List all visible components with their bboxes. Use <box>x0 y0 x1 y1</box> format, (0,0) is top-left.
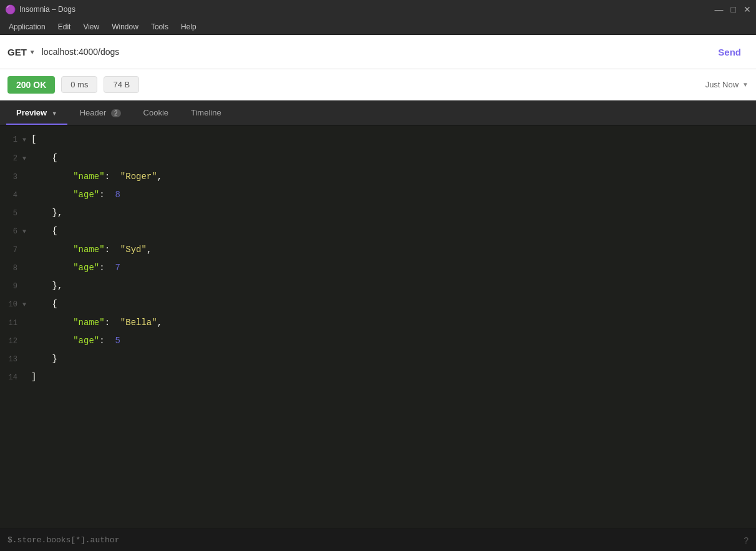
code-line: 9 }, <box>0 277 756 295</box>
code-line: 1▼[ <box>0 130 756 149</box>
line-content: "age": 8 <box>31 186 120 203</box>
menu-window[interactable]: Window <box>105 21 145 32</box>
request-bar: GET ▼ Send <box>0 35 756 69</box>
timestamp-chevron-icon[interactable]: ▼ <box>742 81 749 88</box>
line-number: 3 <box>0 168 22 186</box>
code-line: 6▼ { <box>0 222 756 241</box>
window-title: Insomnia – Dogs <box>19 5 75 14</box>
code-line: 7 "name": "Syd", <box>0 241 756 259</box>
response-size: 74 B <box>104 76 139 93</box>
line-number: 1 <box>0 131 22 149</box>
tab-preview-label: Preview <box>16 108 47 117</box>
tab-header[interactable]: Header 2 <box>70 104 131 121</box>
code-line: 5 }, <box>0 204 756 222</box>
code-line: 11 "name": "Bella", <box>0 314 756 332</box>
maximize-button[interactable]: □ <box>731 5 736 14</box>
line-content: "age": 5 <box>31 332 120 349</box>
line-content: { <box>31 295 57 313</box>
tab-preview[interactable]: Preview ▼ <box>6 104 67 121</box>
help-icon[interactable]: ? <box>744 535 749 545</box>
line-content: "name": "Syd", <box>31 241 152 258</box>
fold-arrow-icon[interactable]: ▼ <box>22 150 31 168</box>
menu-bar: Application Edit View Window Tools Help <box>0 19 756 35</box>
method-chevron-icon: ▼ <box>29 49 36 56</box>
method-selector[interactable]: GET ▼ <box>7 47 36 57</box>
code-line: 14] <box>0 368 756 386</box>
method-label: GET <box>7 47 27 57</box>
fold-arrow-icon[interactable]: ▼ <box>22 296 31 314</box>
line-number: 4 <box>0 187 22 204</box>
line-number: 8 <box>0 260 22 277</box>
tab-header-label: Header <box>80 108 107 117</box>
line-number: 6 <box>0 223 22 240</box>
send-button[interactable]: Send <box>710 44 749 60</box>
minimize-button[interactable]: — <box>715 5 724 14</box>
menu-edit[interactable]: Edit <box>52 21 77 32</box>
code-line: 2▼ { <box>0 149 756 168</box>
code-line: 12 "age": 5 <box>0 332 756 350</box>
tab-cookie[interactable]: Cookie <box>133 104 178 121</box>
line-content: "name": "Roger", <box>31 168 162 185</box>
line-number: 11 <box>0 315 22 332</box>
header-badge: 2 <box>111 109 121 117</box>
tabs-bar: Preview ▼ Header 2 Cookie Timeline <box>0 100 756 125</box>
line-number: 2 <box>0 150 22 167</box>
status-badge: 200 OK <box>7 76 55 94</box>
title-bar: 🟣 Insomnia – Dogs — □ ✕ <box>0 0 756 19</box>
line-number: 7 <box>0 241 22 259</box>
menu-help[interactable]: Help <box>175 21 203 32</box>
filter-bar: ? <box>0 529 756 551</box>
fold-arrow-icon[interactable]: ▼ <box>22 223 31 241</box>
response-timestamp: Just Now <box>705 80 739 89</box>
url-input[interactable] <box>42 47 705 57</box>
line-number: 10 <box>0 296 22 313</box>
tab-timeline[interactable]: Timeline <box>181 104 231 121</box>
tab-cookie-label: Cookie <box>143 108 168 117</box>
line-content: ] <box>31 368 36 386</box>
preview-chevron-icon: ▼ <box>52 110 57 117</box>
line-content: [ <box>31 130 36 148</box>
filter-input[interactable] <box>7 535 744 545</box>
app-icon: 🟣 <box>5 4 16 14</box>
line-content: "name": "Bella", <box>31 314 162 331</box>
response-body: 1▼[2▼ {3 "name": "Roger",4 "age": 85 },6… <box>0 125 756 529</box>
line-number: 9 <box>0 278 22 295</box>
line-content: { <box>31 149 57 167</box>
status-bar: 200 OK 0 ms 74 B Just Now ▼ <box>0 69 756 100</box>
tab-timeline-label: Timeline <box>191 108 221 117</box>
code-line: 8 "age": 7 <box>0 259 756 277</box>
code-line: 13 } <box>0 350 756 368</box>
line-content: "age": 7 <box>31 259 120 276</box>
code-line: 4 "age": 8 <box>0 186 756 204</box>
line-number: 12 <box>0 333 22 350</box>
response-time: 0 ms <box>61 76 97 93</box>
line-number: 13 <box>0 351 22 368</box>
line-content: { <box>31 222 57 240</box>
menu-application[interactable]: Application <box>2 21 52 32</box>
line-number: 5 <box>0 205 22 222</box>
fold-arrow-icon[interactable]: ▼ <box>22 132 31 149</box>
code-line: 3 "name": "Roger", <box>0 168 756 186</box>
menu-tools[interactable]: Tools <box>145 21 175 32</box>
code-line: 10▼ { <box>0 295 756 314</box>
line-number: 14 <box>0 369 22 386</box>
line-content: } <box>31 350 57 368</box>
line-content: }, <box>31 277 62 295</box>
close-button[interactable]: ✕ <box>744 5 751 14</box>
menu-view[interactable]: View <box>77 21 105 32</box>
line-content: }, <box>31 204 62 222</box>
